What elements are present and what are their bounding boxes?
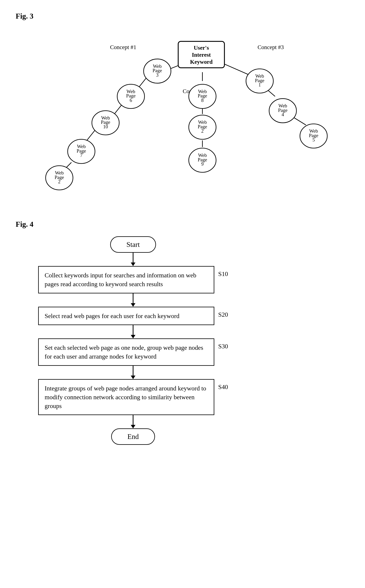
- svg-text:Keyword: Keyword: [190, 59, 212, 65]
- step-s10-row: Collect keywords input for searches and …: [38, 266, 228, 293]
- step-s40-box: Integrate groups of web page nodes arran…: [38, 379, 214, 415]
- svg-text:5: 5: [312, 137, 315, 142]
- svg-text:6: 6: [130, 98, 132, 103]
- svg-text:8: 8: [201, 98, 204, 103]
- svg-text:7: 7: [80, 152, 82, 158]
- step-s20-label: S20: [218, 307, 228, 318]
- end-node: End: [111, 428, 155, 445]
- svg-text:9: 9: [201, 161, 204, 167]
- fig3-label: Fig. 3: [16, 12, 349, 20]
- svg-text:User's: User's: [194, 45, 209, 51]
- step-s40-label: S40: [218, 379, 228, 391]
- step-s10-label: S10: [218, 266, 228, 277]
- svg-text:Concept #3: Concept #3: [257, 44, 284, 50]
- fig4-section: Fig. 4 Start Collect keywords input for …: [16, 220, 349, 445]
- svg-line-9: [267, 90, 275, 97]
- svg-text:1: 1: [258, 82, 261, 87]
- fig4-label: Fig. 4: [16, 220, 349, 228]
- step-s30-box: Set each selected web page as one node, …: [38, 339, 214, 366]
- arrow-s30-to-s40: [131, 366, 135, 379]
- svg-text:3: 3: [156, 72, 158, 78]
- svg-text:Concept #1: Concept #1: [110, 44, 136, 50]
- step-s40-row: Integrate groups of web page nodes arran…: [38, 379, 228, 415]
- step-s10-box: Collect keywords input for searches and …: [38, 266, 214, 293]
- step-s20-box: Select read web pages for each user for …: [38, 307, 214, 325]
- svg-text:2: 2: [58, 179, 60, 184]
- arrow-s20-to-s30: [131, 325, 135, 339]
- step-s30-label: S30: [218, 339, 228, 350]
- svg-line-5: [87, 130, 96, 140]
- svg-text:10: 10: [103, 124, 108, 129]
- svg-text:4: 4: [281, 112, 284, 117]
- fig3-diagram: User's Interest Keyword Concept #1 Conce…: [16, 28, 349, 204]
- step-s20-row: Select read web pages for each user for …: [38, 307, 228, 325]
- start-node: Start: [110, 236, 156, 253]
- arrow-s40-to-end: [131, 415, 135, 428]
- flowchart: Start Collect keywords input for searche…: [16, 236, 251, 445]
- step-s30-row: Set each selected web page as one node, …: [38, 339, 228, 366]
- svg-text:2: 2: [201, 128, 204, 134]
- arrow-start-to-s10: [131, 253, 135, 266]
- svg-text:Interest: Interest: [192, 52, 211, 58]
- arrow-s10-to-s20: [131, 293, 135, 307]
